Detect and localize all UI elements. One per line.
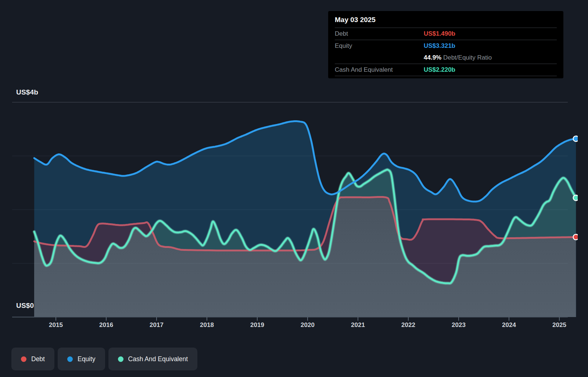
legend-equity-label: Equity: [78, 355, 96, 363]
legend: Debt Equity Cash And Equivalent: [11, 348, 197, 370]
equity-dot-icon: [67, 356, 73, 362]
x-axis-label-2023: 2023: [444, 321, 473, 329]
tooltip-equity-value: US$3.321b: [424, 42, 557, 50]
legend-debt-label: Debt: [31, 355, 45, 363]
tooltip-debt-value: US$1.490b: [424, 30, 557, 38]
x-axis-label-2019: 2019: [243, 321, 272, 329]
x-axis-label-2024: 2024: [494, 321, 524, 329]
tooltip-ratio-label: Debt/Equity Ratio: [443, 54, 492, 61]
x-axis-label-2017: 2017: [142, 321, 171, 329]
x-axis-label-2020: 2020: [293, 321, 322, 329]
legend-item-cash[interactable]: Cash And Equivalent: [108, 348, 197, 370]
tooltip-cash-label: Cash And Equivalent: [335, 66, 424, 74]
tooltip-equity-label: Equity: [335, 42, 424, 50]
debt-dot-icon: [21, 356, 26, 362]
y-axis-label-top: US$4b: [16, 88, 38, 96]
tooltip-row-debt: Debt US$1.490b: [335, 28, 557, 40]
y-axis-label-bottom: US$0: [16, 302, 34, 310]
cash-dot-icon: [118, 356, 123, 362]
x-axis-label-2016: 2016: [92, 321, 121, 329]
x-axis-label-2018: 2018: [192, 321, 222, 329]
tooltip: May 03 2025 Debt US$1.490b Equity US$3.3…: [328, 11, 563, 78]
tooltip-debt-label: Debt: [335, 30, 424, 38]
x-axis-label-2022: 2022: [394, 321, 423, 329]
tooltip-cash-value: US$2.220b: [424, 66, 557, 74]
legend-cash-label: Cash And Equivalent: [128, 355, 188, 363]
tooltip-ratio-value: 44.9%: [424, 54, 441, 61]
legend-item-debt[interactable]: Debt: [11, 348, 54, 370]
x-axis-label-2021: 2021: [343, 321, 373, 329]
x-axis-label-2025: 2025: [545, 321, 574, 329]
x-axis-label-2015: 2015: [41, 321, 71, 329]
tooltip-row-cash: Cash And Equivalent US$2.220b: [335, 64, 557, 76]
chart-root: US$4b US$0 20152016201720182019202020212…: [0, 0, 588, 377]
tooltip-row-ratio: 44.9% Debt/Equity Ratio: [335, 52, 557, 64]
tooltip-date: May 03 2025: [335, 16, 557, 28]
tooltip-row-equity: Equity US$3.321b: [335, 40, 557, 52]
legend-item-equity[interactable]: Equity: [58, 348, 105, 370]
